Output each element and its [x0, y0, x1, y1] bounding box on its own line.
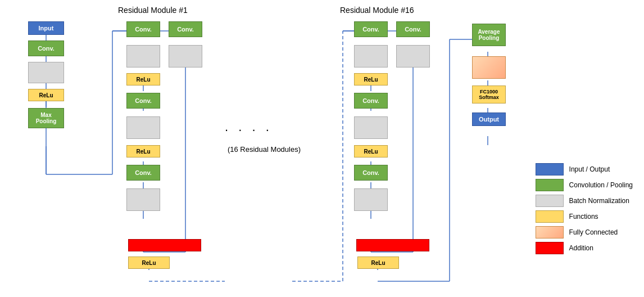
- legend-label-fc: Fully Connected: [569, 228, 618, 236]
- m16-bn2-left: [354, 116, 388, 139]
- m1-bn1-right: [169, 45, 202, 68]
- m1-relu2-left: ReLu: [126, 145, 160, 158]
- legend-label-add: Addition: [569, 244, 593, 252]
- input-block: Input: [28, 21, 64, 35]
- m1-conv2-left: Conv.: [126, 93, 160, 109]
- legend-box-input: [536, 163, 564, 176]
- output-block: Output: [472, 112, 506, 126]
- m16-relu2-left: ReLu: [354, 145, 388, 158]
- m1-relu1-left: ReLu: [126, 73, 160, 86]
- m1-conv3-left: Conv.: [126, 165, 160, 181]
- left-conv-block: Conv.: [28, 40, 64, 56]
- m16-addition-block: [356, 239, 429, 251]
- m16-relu1-left: ReLu: [354, 73, 388, 86]
- legend-item-input: Input / Output: [536, 163, 633, 176]
- legend-item-bn: Batch Normalization: [536, 195, 633, 207]
- m16-relu-bottom: ReLu: [357, 256, 399, 269]
- legend-label-input: Input / Output: [569, 165, 610, 173]
- legend-item-func: Functions: [536, 210, 633, 223]
- legend-item-conv: Convolution / Pooling: [536, 179, 633, 191]
- m16-bn1-left: [354, 45, 388, 68]
- m16-conv3-left: Conv.: [354, 165, 388, 181]
- fc-orange-block: [472, 56, 506, 79]
- legend-box-bn: [536, 195, 564, 207]
- legend-label-bn: Batch Normalization: [569, 197, 629, 205]
- legend: Input / Output Convolution / Pooling Bat…: [536, 163, 633, 258]
- legend-label-func: Functions: [569, 213, 598, 220]
- module16-title: Residual Module #16: [340, 6, 414, 15]
- legend-box-func: [536, 210, 564, 223]
- left-relu-block: ReLu: [28, 89, 64, 101]
- m16-conv2-left: Conv.: [354, 93, 388, 109]
- m1-conv1-left: Conv.: [126, 21, 160, 37]
- dots: · · · ·: [225, 123, 273, 137]
- legend-item-fc: Fully Connected: [536, 226, 633, 238]
- m1-bn1-left: [126, 45, 160, 68]
- m16-conv1-right: Conv.: [396, 21, 430, 37]
- legend-box-conv: [536, 179, 564, 191]
- m1-conv1-right: Conv.: [169, 21, 202, 37]
- m16-conv1-left: Conv.: [354, 21, 388, 37]
- legend-box-add: [536, 242, 564, 254]
- modules-count-text: (16 Residual Modules): [214, 145, 315, 154]
- m16-bn3-left: [354, 188, 388, 211]
- avg-pooling-block: Average Pooling: [472, 24, 506, 46]
- m1-bn2-left: [126, 116, 160, 139]
- m1-bn3-left: [126, 188, 160, 211]
- m1-relu-bottom: ReLu: [128, 256, 170, 269]
- fc-softmax-block: FC1000 Softmax: [472, 86, 506, 104]
- legend-box-fc: [536, 226, 564, 238]
- legend-item-add: Addition: [536, 242, 633, 254]
- m1-addition-block: [128, 239, 201, 251]
- left-maxpooling-block: Max Pooling: [28, 108, 64, 128]
- m16-bn1-right: [396, 45, 430, 68]
- left-bn-block: [28, 62, 64, 83]
- module1-title: Residual Module #1: [118, 6, 188, 15]
- legend-label-conv: Convolution / Pooling: [569, 181, 633, 189]
- diagram-container: Residual Module #1 Residual Module #16 I…: [0, 0, 644, 297]
